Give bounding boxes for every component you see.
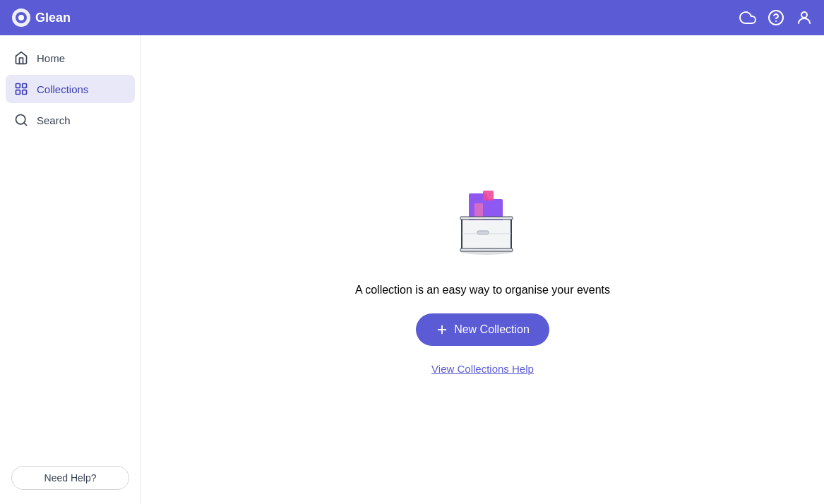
sidebar-footer: Need Help? [6, 460, 135, 496]
main-container: Home Collections Search [0, 35, 824, 504]
home-icon [14, 51, 28, 65]
glean-logo-icon [11, 8, 31, 28]
collections-illustration [434, 165, 532, 267]
help-icon[interactable] [768, 9, 784, 26]
user-icon[interactable] [796, 9, 813, 26]
svg-point-2 [18, 15, 24, 20]
svg-rect-6 [16, 84, 20, 88]
svg-rect-8 [16, 90, 20, 95]
collections-description: A collection is an easy way to organise … [355, 284, 610, 296]
app-header: Glean [0, 0, 824, 35]
glean-logo[interactable]: Glean [11, 8, 71, 28]
svg-rect-9 [23, 90, 27, 95]
plus-icon [436, 323, 448, 336]
svg-line-11 [24, 123, 27, 126]
search-icon [14, 113, 28, 127]
sidebar-item-search[interactable]: Search [6, 106, 135, 134]
sidebar-collections-label: Collections [37, 83, 88, 95]
view-collections-help-link[interactable]: View Collections Help [431, 363, 534, 375]
svg-rect-7 [23, 84, 27, 88]
need-help-button[interactable]: Need Help? [11, 466, 129, 490]
sidebar-home-label: Home [37, 52, 65, 64]
svg-rect-17 [460, 217, 513, 220]
sidebar-search-label: Search [37, 114, 71, 126]
svg-point-4 [775, 20, 777, 22]
logo-text: Glean [35, 11, 71, 25]
cloud-icon[interactable] [739, 9, 756, 26]
header-left: Glean [11, 8, 71, 28]
new-collection-button[interactable]: New Collection [416, 313, 549, 346]
sidebar-item-collections[interactable]: Collections [6, 75, 135, 103]
sidebar-item-home[interactable]: Home [6, 44, 135, 72]
new-collection-label: New Collection [454, 323, 530, 336]
sidebar: Home Collections Search [0, 35, 141, 504]
collections-icon [14, 82, 28, 96]
svg-point-5 [801, 12, 807, 18]
sidebar-nav: Home Collections Search [6, 44, 135, 460]
filing-cabinet-svg [434, 165, 532, 264]
main-content: A collection is an easy way to organise … [141, 35, 824, 504]
header-right [739, 9, 813, 26]
svg-rect-15 [460, 248, 513, 251]
